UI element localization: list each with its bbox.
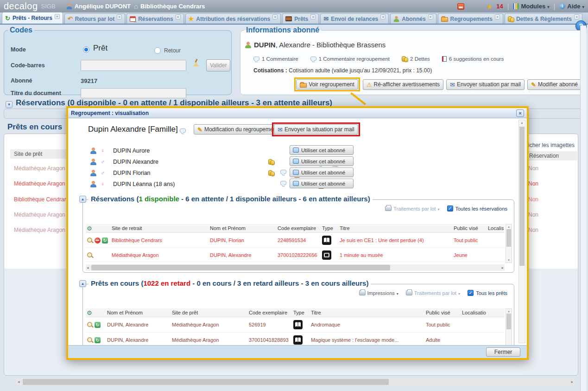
scrollbar-thumb[interactable] [519,127,525,266]
gear-icon[interactable] [87,309,92,316]
tab-prets[interactable]: Prêts [282,13,319,24]
scroll-down-icon[interactable]: ▾ [506,258,512,262]
renew-icon[interactable] [95,322,101,328]
traitements-par-lot-menu[interactable]: Traitements par lot [406,290,460,296]
use-patron-button[interactable]: Utiliser cet abonné [290,167,354,177]
patron-name-rest: , Alexandre - Bibliothèque Brassens [276,41,386,49]
tab-abonnes[interactable]: Abonnés [390,13,436,24]
toutes-reservations-checkbox[interactable]: Toutes les réservations [447,205,508,212]
tab-reservations[interactable]: Réservations [126,13,183,24]
use-patron-button[interactable]: Utiliser cet abonné [290,179,354,188]
dettes-link[interactable]: 2 Dettes [402,56,430,62]
bg-reservations-collapse-toggle[interactable] [6,101,13,108]
modal-close-button[interactable] [516,109,524,117]
modification-regroupement-button[interactable]: Modification du regroupement [194,124,282,135]
modal-title: Regroupement : visualisation [71,110,149,116]
close-tab-icon[interactable] [272,14,278,19]
comment-bubble-icon[interactable] [280,170,286,174]
close-tab-icon[interactable] [117,14,122,19]
mode-pret-radio[interactable] [83,46,89,53]
broom-clear-icon[interactable] [193,59,199,66]
voir-regroupement-button[interactable]: Voir regroupement [296,79,358,90]
comment-group-link[interactable]: 1 Commentaire regroupement [310,56,390,62]
use-patron-button[interactable]: Utiliser cet abonné [290,156,354,166]
coins-icon[interactable] [268,170,274,176]
modules-menu[interactable]: Modules [513,3,549,10]
scroll-up-icon[interactable]: ▴ [506,225,512,229]
book-type-icon [293,320,303,329]
scroll-right-icon[interactable]: ▸ [501,265,504,270]
renew-icon[interactable] [95,337,101,343]
scrollbar-thumb[interactable] [506,314,511,329]
titre-input[interactable] [81,88,186,98]
valider-button[interactable]: Valider [206,59,230,71]
coins-icon[interactable] [268,159,274,165]
page-horizontal-scrollbar[interactable]: ◂ ▸ [16,378,575,385]
use-patron-button[interactable]: Utiliser cet abonné [290,145,354,155]
magnifier-icon[interactable] [87,337,93,343]
scroll-left-icon[interactable]: ◂ [87,265,89,270]
codes-panel: Codes Mode Prêt Retour Code-barres Valid… [4,26,232,95]
inbox-icon[interactable] [457,3,464,10]
coins-icon [508,16,514,22]
suggestions-link[interactable]: 6 suggestions en cours [442,56,504,62]
tab-regroupements[interactable]: Regroupements [438,13,503,24]
tab-dettes-reglements[interactable]: Dettes & Règlements [505,13,582,24]
tab-attribution[interactable]: Attribution des réservations [185,13,281,24]
renew-icon[interactable] [102,237,108,244]
aide-menu[interactable]: Aide [559,3,584,10]
scroll-left-icon[interactable]: ◂ [18,379,20,384]
gear-icon[interactable] [87,225,92,232]
magnifier-icon[interactable] [87,237,93,244]
tab-bar: Prêts - Retours Retours par lot Réservat… [0,13,588,25]
scrollbar-thumb[interactable] [23,379,389,385]
close-tab-icon[interactable] [310,14,316,19]
tab-retours-par-lot[interactable]: Retours par lot [64,13,125,24]
table-horizontal-scrollbar[interactable]: ◂ ▸ [86,264,505,271]
envoyer-situation-mail-button[interactable]: Envoyer la situation par mail [274,124,358,135]
info-icon [559,3,565,9]
undo-icon [68,15,73,22]
page-vertical-scrollbar[interactable] [580,26,586,391]
suggestion-book-icon [442,56,447,62]
collapse-toggle[interactable] [79,196,86,203]
tab-envoi-relances[interactable]: Envoi de relances [320,13,389,24]
female-icon [101,147,105,154]
scroll-right-icon[interactable]: ▸ [571,379,573,384]
close-tab-icon[interactable] [495,14,500,19]
reafficher-avertissements-button[interactable]: Ré-afficher avertissements [363,79,443,90]
table-vertical-scrollbar[interactable]: ▴ ▾ [506,224,512,263]
favorites-star-icon[interactable] [487,3,493,10]
current-site[interactable]: Bibliothèque Cendrars [134,2,205,10]
mode-retour-radio[interactable] [154,47,161,54]
app-logo: decalog [4,1,38,12]
scroll-up-icon[interactable]: ▴ [506,309,512,313]
close-tab-icon[interactable] [428,14,433,19]
magnifier-icon[interactable] [87,321,93,328]
tab-prets-retours[interactable]: Prêts - Retours [2,12,63,24]
close-tab-icon[interactable] [380,14,386,19]
envoyer-situation-button[interactable]: Envoyer situation par mail [446,79,525,90]
scrollbar-thumb[interactable] [91,265,390,270]
comment-bubble-icon[interactable] [180,128,186,133]
modifier-abonne-button[interactable]: Modifier abonné [527,79,582,90]
table-vertical-scrollbar[interactable]: ▴ [506,308,512,345]
loan-row: DUPIN, Alexandre Médiathèque Aragon 5269… [86,317,505,333]
close-tab-icon[interactable] [176,14,181,19]
collapse-toggle[interactable] [79,280,86,287]
comment-bubble-icon[interactable] [280,181,286,185]
close-tab-icon[interactable] [55,14,60,19]
modal-vertical-scrollbar[interactable]: ▴ [518,120,525,343]
impressions-menu[interactable]: Impressions [359,290,398,296]
current-user[interactable]: Angélique DUPONT [66,3,131,10]
scrollbar-thumb[interactable] [506,229,511,247]
fermer-button[interactable]: Fermer [486,347,520,357]
comment-link[interactable]: 1 Commentaire [253,56,298,62]
magnifier-icon[interactable] [87,252,93,258]
barcode-input[interactable] [81,60,186,71]
cancel-icon[interactable] [95,237,101,244]
close-tab-icon[interactable] [574,14,579,19]
scroll-up-icon[interactable]: ▴ [519,121,525,125]
traitements-par-lot-menu[interactable]: Traitements par lot [385,206,439,212]
tous-les-prets-checkbox[interactable]: Tous les prêts [468,290,507,296]
